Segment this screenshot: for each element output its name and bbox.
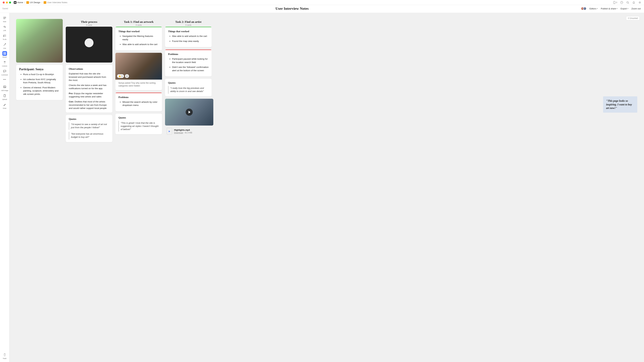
page-title[interactable]: User Interview Notes [276,6,309,11]
list-item: Genres of interest: Post-Modern painting… [23,86,60,96]
column-task-1: Task 1: Find an artwork 4 cards Things t… [116,19,162,137]
add-reaction-button[interactable] [125,74,129,78]
list-item: Didn't see the 'followed' confirmation a… [172,65,209,72]
card-research-photo[interactable]: 👍 1 Sonya asked Troy why some the sortin… [116,53,162,90]
card-observations[interactable]: Observations Explained Hub was the site … [66,65,112,113]
unsorted-pill[interactable]: 0 Unsorted [626,16,640,20]
chevron-down-icon: ▾ [628,8,628,9]
tool-todo[interactable]: To-do [0,33,9,41]
help-icon[interactable]: ? [620,1,623,4]
svg-point-25 [127,76,127,76]
card-participant-info[interactable]: Participant: Sonya Runs a food Co-op in … [16,65,63,100]
mobile-indicator[interactable]: 0 [613,1,617,4]
tool-column[interactable]: Column [0,59,9,67]
tool-comment[interactable]: Comment [0,68,9,76]
board-canvas[interactable]: 0 Unsorted Participant: Sonya Runs a foo… [10,13,644,362]
reaction-thumbs-up[interactable]: 👍 1 [117,74,124,78]
list-item: Navigated the filtering features easily [122,34,159,41]
tool-upload[interactable]: Upload [0,93,9,101]
card-video[interactable]: ▶ Highlights.mp4 Download · 42.3 MB [165,99,213,135]
column-task-2: Task 2: Find an artist 3 cards Things th… [165,19,212,135]
trash-icon [2,353,7,357]
quote: "I'd expect to see a variety of art not … [69,122,109,130]
svg-rect-14 [4,52,4,53]
participant-name: Participant: Sonya [19,67,60,71]
tool-line[interactable]: Line [0,41,9,50]
svg-rect-16 [4,54,4,55]
card-participant-photo[interactable] [16,19,63,62]
photo-caption: Sonya asked Troy why some the sorting ca… [116,80,162,90]
zoom-out-button[interactable]: Zoom out [632,7,641,10]
observation-text: Explained Hub was the site she browsed a… [69,72,109,82]
breadcrumb: Home / UX Design / User Interview Notes [14,1,68,4]
tool-trash[interactable]: Trash [0,352,9,360]
tool-note[interactable]: Note [0,15,9,23]
breadcrumb-home[interactable]: Home [14,1,23,4]
card-quotes[interactable]: Quotes "This is great! I love that the s… [116,114,162,134]
column-header[interactable]: Task 2: Find an artist 3 cards [165,19,212,27]
quotes-heading: Quotes [118,116,159,119]
problems-heading: Problems [118,96,159,99]
file-name: Highlights.mp4 [174,129,192,131]
list-item: Participant paused while looking for the… [172,57,209,64]
column-header[interactable]: Their process 3 cards [66,19,112,27]
folder-icon [44,1,46,4]
settings-icon[interactable] [638,1,641,4]
minimize-window-icon[interactable] [6,1,8,3]
download-link[interactable]: Download [174,132,183,134]
card-process-image[interactable] [66,27,112,62]
close-window-icon[interactable] [3,1,5,3]
titlebar: Home / UX Design / User Interview Notes … [0,0,644,5]
phone-count: 0 [616,1,617,4]
column-header[interactable]: Task 1: Find an artwork 4 cards [116,19,162,27]
play-icon [186,109,193,116]
floating-pull-quote[interactable]: "This page looks so inspiring. I want to… [603,96,637,113]
tool-link[interactable]: Link [0,24,9,32]
avatar [583,7,586,10]
participant-photo [16,19,63,62]
bell-icon[interactable] [632,1,635,4]
editors-menu[interactable]: Editors▾ [590,7,598,10]
card-problems[interactable]: Problems Missed the search artwork by co… [116,92,162,111]
home-icon [14,1,16,4]
tool-add-image[interactable]: Add image [0,84,9,92]
svg-point-6 [639,2,640,3]
titlebar-right: 0 ? [613,1,641,4]
card-things-worked[interactable]: Things that worked Navigated the filteri… [116,27,162,50]
breadcrumb-ux-design[interactable]: UX Design [26,1,40,4]
card-things-worked[interactable]: Things that worked Was able to add artwo… [165,27,212,47]
search-icon[interactable] [626,1,629,4]
pro-line: Pro: Enjoys the regular newsletter sugge… [69,92,109,98]
publish-menu[interactable]: Publish & share▾ [601,7,618,10]
file-attachment: ▶ Highlights.mp4 Download · 42.3 MB [165,125,213,135]
column-icon [2,60,7,65]
maximize-window-icon[interactable] [9,1,11,3]
comment-icon [2,69,7,73]
export-menu[interactable]: Export▾ [620,7,628,10]
breadcrumb-label: UX Design [30,1,40,4]
reaction-count: 1 [122,75,122,77]
breadcrumb-label: User Interview Notes [47,1,68,4]
draw-icon [2,102,7,107]
tool-more[interactable]: ••• [2,78,7,81]
list-item: Found the map view easily [172,39,209,43]
tool-board[interactable]: Board [0,50,9,59]
breadcrumb-current[interactable]: User Interview Notes [44,1,68,4]
saved-status: Saved [2,7,8,10]
tool-draw[interactable]: Draw [0,102,9,110]
card-problems[interactable]: Problems Participant paused while lookin… [165,49,212,76]
header-actions: Editors▾ Publish & share▾ Export▾ Zoom o… [581,7,641,10]
video-thumbnail[interactable] [165,99,213,125]
card-quotes[interactable]: Quotes "I really love the big previews a… [165,79,212,96]
quotes-heading: Quotes [69,118,109,120]
note-icon [2,15,7,20]
card-quotes[interactable]: Quotes "I'd expect to see a variety of a… [66,115,112,142]
chevron-down-icon: ▾ [617,8,618,9]
participant-bullets: Runs a food Co-op in Brooklyn Art collec… [19,73,60,96]
quotes-heading: Quotes [168,81,209,84]
observation-text: Checks the site twice a week and has not… [69,84,109,90]
editor-avatars[interactable] [581,7,586,10]
svg-rect-18 [4,61,6,62]
upload-icon [2,93,7,98]
svg-line-13 [4,43,6,45]
